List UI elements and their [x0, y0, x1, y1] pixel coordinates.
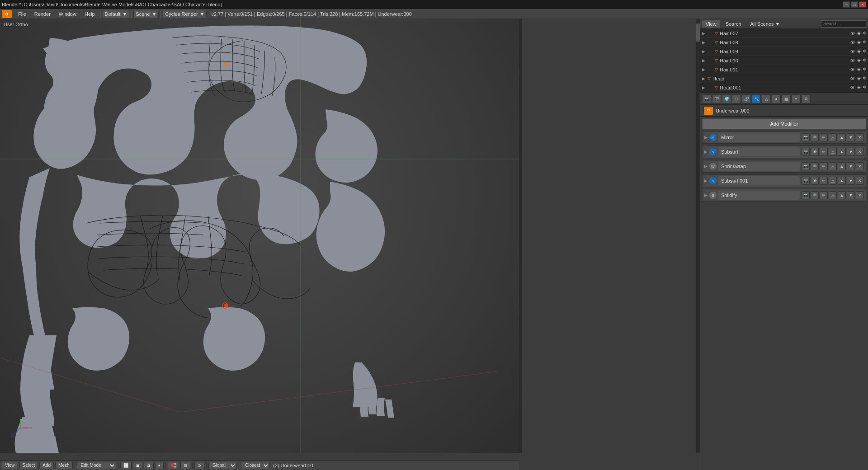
- modifier-delete-btn[interactable]: ✕: [856, 148, 864, 156]
- modifier-down-btn[interactable]: ▼: [847, 191, 855, 199]
- scene-dropdown[interactable]: Scene ▼: [133, 10, 159, 18]
- modifier-collapse-arrow[interactable]: ▶: [704, 179, 708, 183]
- modifier-cage-btn[interactable]: △: [829, 148, 837, 156]
- modifier-up-btn[interactable]: ▲: [838, 177, 846, 185]
- modifier-delete-btn[interactable]: ✕: [856, 191, 864, 199]
- select-icon[interactable]: ✲: [863, 76, 866, 81]
- modifier-realtime-btn[interactable]: 👁: [811, 191, 819, 199]
- modifier-render-btn[interactable]: 📷: [802, 162, 810, 170]
- modifier-edit-btn[interactable]: ✏: [820, 191, 828, 199]
- camera-icon[interactable]: ◉: [857, 49, 861, 54]
- camera-icon[interactable]: ◉: [857, 58, 861, 63]
- modifier-props-btn[interactable]: 🔧: [752, 94, 761, 103]
- render-props-btn[interactable]: 📷: [702, 94, 711, 103]
- visibility-icon[interactable]: 👁: [850, 40, 855, 45]
- modifier-edit-btn[interactable]: ✏: [820, 177, 828, 185]
- modifier-edit-btn[interactable]: ✏: [820, 133, 828, 141]
- modifier-realtime-btn[interactable]: 👁: [811, 177, 819, 185]
- modifier-down-btn[interactable]: ▼: [847, 177, 855, 185]
- right-scrollbar[interactable]: [696, 19, 700, 453]
- modifier-down-btn[interactable]: ▼: [847, 133, 855, 141]
- select-icon[interactable]: ✲: [863, 31, 866, 36]
- snap-type[interactable]: ⊞: [180, 462, 190, 469]
- particles-btn[interactable]: ✦: [792, 94, 801, 103]
- outliner-view-tab[interactable]: View: [702, 20, 720, 28]
- world-props-btn[interactable]: 🌍: [722, 94, 731, 103]
- outliner-item-head[interactable]: ▶ ▽ Head 👁 ◉ ✲: [700, 74, 868, 83]
- modifier-cage-btn[interactable]: △: [829, 162, 837, 170]
- data-props-btn[interactable]: △: [762, 94, 771, 103]
- panel-divider[interactable]: [519, 19, 522, 453]
- modifier-edit-btn[interactable]: ✏: [820, 148, 828, 156]
- material-props-btn[interactable]: ●: [772, 94, 781, 103]
- visibility-icon[interactable]: 👁: [850, 67, 855, 72]
- outliner-scene-tab[interactable]: All Scenes ▼: [747, 20, 784, 28]
- object-props-btn[interactable]: □: [732, 94, 741, 103]
- visibility-icon[interactable]: 👁: [850, 49, 855, 54]
- outliner-item-hair010[interactable]: ▶ ▽ Hair.010 👁 ◉ ✲: [700, 56, 868, 65]
- modifier-name-field[interactable]: Subsurf.001: [718, 176, 800, 185]
- modifier-up-btn[interactable]: ▲: [838, 133, 846, 141]
- outliner-item-head001[interactable]: ▶ ▽ Head.001 👁 ◉ ✲: [700, 83, 868, 92]
- material-btn[interactable]: ◕: [144, 462, 154, 469]
- modifier-delete-btn[interactable]: ✕: [856, 133, 864, 141]
- select-icon[interactable]: ✲: [863, 67, 866, 72]
- minimize-button[interactable]: ─: [843, 1, 850, 8]
- modifier-render-btn[interactable]: 📷: [802, 177, 810, 185]
- modifier-collapse-arrow[interactable]: ▶: [704, 150, 708, 154]
- snap-element-dropdown[interactable]: Closest Center Median Active: [241, 462, 270, 469]
- scene-props-btn[interactable]: 🎬: [712, 94, 721, 103]
- modifier-collapse-arrow[interactable]: ▶: [704, 193, 708, 197]
- modifier-up-btn[interactable]: ▲: [838, 162, 846, 170]
- menu-render[interactable]: Render: [31, 10, 54, 18]
- proportional-edit-btn[interactable]: ⊙: [194, 462, 204, 469]
- camera-icon[interactable]: ◉: [857, 31, 861, 36]
- menu-help[interactable]: Help: [81, 10, 99, 18]
- constraints-btn[interactable]: 🔗: [742, 94, 751, 103]
- modifier-cage-btn[interactable]: △: [829, 133, 837, 141]
- visibility-icon[interactable]: 👁: [850, 76, 855, 81]
- camera-icon[interactable]: ◉: [857, 85, 861, 90]
- modifier-cage-btn[interactable]: △: [829, 177, 837, 185]
- modifier-render-btn[interactable]: 📷: [802, 191, 810, 199]
- wireframe-btn[interactable]: ⬜: [120, 462, 132, 469]
- outliner-item-hair011[interactable]: ▶ ▽ Hair.011 👁 ◉ ✲: [700, 65, 868, 74]
- modifier-collapse-arrow[interactable]: ▶: [704, 135, 708, 140]
- camera-icon[interactable]: ◉: [857, 67, 861, 72]
- render-engine-dropdown[interactable]: Cycles Render ▼: [163, 10, 207, 18]
- rendered-btn[interactable]: ●: [155, 462, 164, 469]
- menu-window[interactable]: Window: [55, 10, 80, 18]
- modifier-realtime-btn[interactable]: 👁: [811, 148, 819, 156]
- visibility-icon[interactable]: 👁: [850, 85, 855, 90]
- close-button[interactable]: ✕: [859, 1, 866, 8]
- texture-props-btn[interactable]: ▦: [782, 94, 791, 103]
- visibility-icon[interactable]: 👁: [850, 31, 855, 36]
- maximize-button[interactable]: □: [851, 1, 858, 8]
- modifier-name-field[interactable]: Mirror: [718, 133, 800, 142]
- add-button[interactable]: Add: [39, 462, 54, 469]
- modifier-cage-btn[interactable]: △: [829, 191, 837, 199]
- outliner-search-tab[interactable]: Search: [722, 20, 745, 28]
- view-button[interactable]: View: [2, 462, 18, 469]
- modifier-down-btn[interactable]: ▼: [847, 148, 855, 156]
- snap-toggle[interactable]: 🧲: [168, 462, 179, 469]
- modifier-delete-btn[interactable]: ✕: [856, 177, 864, 185]
- modifier-render-btn[interactable]: 📷: [802, 133, 810, 141]
- mesh-button[interactable]: Mesh: [55, 462, 72, 469]
- select-icon[interactable]: ✲: [863, 58, 866, 63]
- visibility-icon[interactable]: 👁: [850, 58, 855, 63]
- select-icon[interactable]: ✲: [863, 40, 866, 45]
- solid-btn[interactable]: ◼: [133, 462, 142, 469]
- modifier-name-field[interactable]: Shrinkwrap: [718, 162, 800, 171]
- select-icon[interactable]: ✲: [863, 85, 866, 90]
- modifier-down-btn[interactable]: ▼: [847, 162, 855, 170]
- modifier-realtime-btn[interactable]: 👁: [811, 162, 819, 170]
- modifier-delete-btn[interactable]: ✕: [856, 162, 864, 170]
- select-button[interactable]: Select: [19, 462, 38, 469]
- outliner-item-hair009[interactable]: ▶ ▽ Hair.009 👁 ◉ ✲: [700, 47, 868, 56]
- main-viewport[interactable]: User Ortho X Y Z: [0, 19, 519, 453]
- outliner-search-input[interactable]: [821, 20, 866, 28]
- camera-icon[interactable]: ◉: [857, 40, 861, 45]
- scrollbar-thumb[interactable]: [696, 24, 700, 42]
- modifier-collapse-arrow[interactable]: ▶: [704, 164, 708, 169]
